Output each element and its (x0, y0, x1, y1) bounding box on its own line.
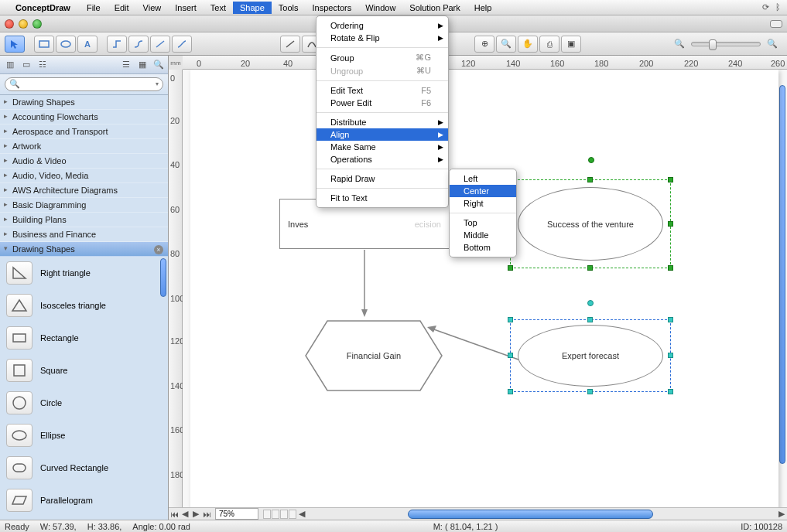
drawing-canvas[interactable]: Inves ecision Financial Gain Success of … (183, 70, 787, 507)
connector-tool-2[interactable] (128, 36, 149, 53)
shape-rectangle[interactable]: Rectangle (0, 322, 168, 354)
shape-parallelogram[interactable]: Parallelogram (0, 484, 168, 517)
menu-window[interactable]: Window (358, 2, 402, 14)
category-audio-video[interactable]: Audio & Video (0, 154, 168, 169)
zoom-in-button[interactable]: 🔍 (762, 36, 782, 53)
menu-view[interactable]: View (136, 2, 169, 14)
category-business-finance[interactable]: Business and Finance (0, 227, 168, 242)
page-last[interactable]: ⏭ (201, 509, 212, 520)
shape-curved-rectangle[interactable]: Curved Rectangle (0, 452, 168, 484)
align-middle[interactable]: Middle (450, 229, 516, 241)
menu-insert[interactable]: Insert (168, 2, 204, 14)
align-center[interactable]: Center (450, 185, 516, 197)
category-drawing-shapes-selected[interactable]: Drawing Shapes × (0, 242, 168, 257)
zoom-window-button[interactable] (33, 19, 42, 29)
zoom-tool[interactable]: 🔍 (496, 36, 516, 53)
align-top[interactable]: Top (450, 217, 516, 229)
horizontal-scrollbar[interactable] (319, 509, 765, 520)
app-name[interactable]: ConceptDraw (15, 3, 70, 12)
snapshot-tool[interactable]: ▣ (561, 36, 581, 53)
menu-shape[interactable]: Shape (233, 2, 272, 14)
category-building-plans[interactable]: Building Plans (0, 213, 168, 227)
dd-rotate-flip[interactable]: Rotate & Flip▶ (317, 32, 448, 44)
align-left[interactable]: Left (450, 172, 516, 185)
pan-tool[interactable]: ✋ (518, 36, 538, 53)
connector-tool-4[interactable] (172, 36, 192, 53)
line-tool[interactable] (280, 36, 300, 53)
library-more-icon[interactable]: ☷ (36, 58, 49, 71)
bluetooth-icon[interactable]: ᛒ (775, 2, 781, 12)
category-artwork[interactable]: Artwork (0, 139, 168, 154)
sidebar-scrollbar[interactable] (160, 258, 166, 297)
menu-tools[interactable]: Tools (272, 2, 306, 14)
sync-icon[interactable]: ⟳ (762, 2, 769, 12)
dd-align[interactable]: Align▶ (317, 128, 448, 141)
align-bottom[interactable]: Bottom (450, 241, 516, 254)
curved-rectangle-icon (6, 456, 33, 479)
page-prev[interactable]: ◀ (180, 509, 190, 520)
page-first[interactable]: ⏮ (169, 509, 180, 520)
dd-make-same[interactable]: Make Same▶ (317, 141, 448, 153)
search-input[interactable] (5, 77, 163, 91)
menu-file[interactable]: File (80, 2, 108, 14)
shape-right-triangle[interactable]: Right triangle (0, 257, 168, 289)
search-dropdown-icon[interactable]: ▾ (156, 80, 159, 87)
status-id: ID: 100128 (741, 522, 782, 531)
pages-panel[interactable] (263, 510, 296, 519)
library-book-icon[interactable]: ▥ (3, 58, 16, 71)
dd-group[interactable]: Group⌘G (317, 51, 448, 64)
zoom-value[interactable]: 75% (215, 508, 258, 520)
diagram-hexagon-financial[interactable]: Financial Gain (304, 317, 443, 394)
list-view-icon[interactable]: ☰ (119, 58, 132, 71)
connector-tool-1[interactable] (107, 36, 127, 53)
category-aws-architecture[interactable]: AWS Architecture Diagrams (0, 183, 168, 198)
scroll-right[interactable]: ▶ (776, 509, 787, 520)
dd-distribute[interactable]: Distribute▶ (317, 116, 448, 128)
close-category-icon[interactable]: × (154, 245, 163, 254)
text-tool[interactable]: A (77, 36, 98, 53)
dd-operations[interactable]: Operations▶ (317, 153, 448, 165)
connector-tool-3[interactable] (150, 36, 170, 53)
search-toggle-icon[interactable]: 🔍 (152, 58, 165, 71)
menu-edit[interactable]: Edit (108, 2, 136, 14)
dd-rapid-draw[interactable]: Rapid Draw (317, 172, 448, 185)
pointer-tool[interactable] (5, 36, 25, 53)
dd-power-edit[interactable]: Power EditF6 (317, 97, 448, 109)
rotation-handle-1[interactable] (588, 157, 594, 163)
shape-ellipse[interactable]: Ellipse (0, 419, 168, 452)
shape-isosceles-trapezium[interactable]: Isosceles Trapezium (0, 517, 168, 520)
scroll-left[interactable]: ◀ (296, 509, 307, 520)
dd-edit-text[interactable]: Edit TextF5 (317, 84, 448, 97)
canvas-vertical-scrollbar[interactable] (779, 85, 785, 464)
category-drawing-shapes[interactable]: Drawing Shapes (0, 95, 168, 110)
category-audio-video-media[interactable]: Audio, Video, Media (0, 169, 168, 183)
menu-solution-park[interactable]: Solution Park (402, 2, 467, 14)
category-basic-diagramming[interactable]: Basic Diagramming (0, 198, 168, 213)
shape-square[interactable]: Square (0, 354, 168, 387)
dd-fit-to-text[interactable]: Fit to Text (317, 192, 448, 204)
connection-point[interactable] (587, 300, 594, 306)
category-accounting-flowcharts[interactable]: Accounting Flowcharts (0, 110, 168, 124)
page-next[interactable]: ▶ (190, 509, 201, 520)
zoom-slider[interactable] (691, 42, 761, 46)
shape-isosceles-triangle[interactable]: Isosceles triangle (0, 289, 168, 322)
menu-help[interactable]: Help (467, 2, 499, 14)
zoom-out-button[interactable]: 🔍 (669, 36, 689, 53)
close-window-button[interactable] (5, 19, 14, 29)
shape-circle[interactable]: Circle (0, 387, 168, 419)
svg-marker-9 (361, 309, 368, 317)
dd-ordering[interactable]: Ordering▶ (317, 19, 448, 32)
grid-view-icon[interactable]: ▦ (135, 58, 149, 71)
ellipse-tool[interactable] (56, 36, 76, 53)
menu-text[interactable]: Text (204, 2, 233, 14)
rect-tool[interactable] (34, 36, 54, 53)
toolbar-toggle[interactable] (770, 20, 782, 28)
menu-inspectors[interactable]: Inspectors (305, 2, 358, 14)
library-categories: Drawing Shapes Accounting Flowcharts Aer… (0, 95, 168, 257)
minimize-window-button[interactable] (19, 19, 28, 29)
align-right[interactable]: Right (450, 197, 516, 210)
zoom-area-tool[interactable]: ⊕ (474, 36, 494, 53)
print-tool[interactable]: ⎙ (539, 36, 559, 53)
library-open-icon[interactable]: ▭ (19, 58, 33, 71)
category-aerospace-transport[interactable]: Aerospace and Transport (0, 124, 168, 139)
